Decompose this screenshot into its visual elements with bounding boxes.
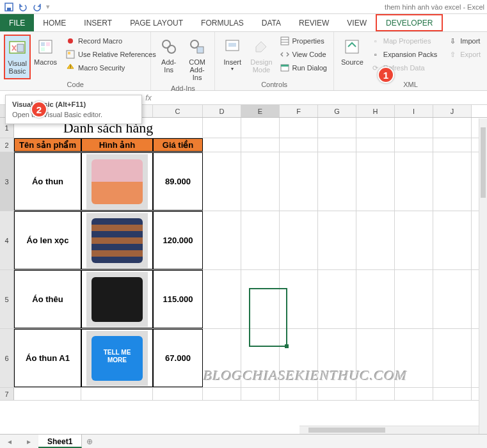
table-row: 5Áo thêu115.000 [0,270,487,329]
visual-basic-label: Visual Basic [8,60,27,75]
expansion-packs-button[interactable]: ▫Expansion Packs [368,48,440,61]
group-controls: Insert▾ Design Mode Properties View Code… [215,32,334,90]
tab-page-layout[interactable]: PAGE LAYOUT [121,14,192,31]
row-header[interactable]: 5 [0,270,14,328]
svg-rect-1 [7,8,11,11]
group-xml: Source ▫Map Properties ▫Expansion Packs … [334,32,487,90]
col-I[interactable]: I [395,105,433,117]
relative-icon [65,49,76,60]
header-name[interactable]: Tên sản phẩm [14,138,81,152]
product-name[interactable]: Áo thun A1 [14,329,81,387]
sheet-tab-1[interactable]: Sheet1 [38,435,82,448]
view-code-button[interactable]: View Code [277,48,330,61]
header-price[interactable]: Giá tiền [153,138,203,152]
sheet-tab-bar: ◂▸ Sheet1 ⊕ [0,434,487,448]
record-icon [65,36,76,46]
redo-icon[interactable] [32,2,42,12]
product-image: TELL MEMORE [86,331,148,386]
group-xml-label: XML [334,79,487,90]
tab-file[interactable]: FILE [0,14,34,31]
col-H[interactable]: H [356,105,395,117]
product-name[interactable]: Áo len xọc [14,211,81,269]
product-image-cell[interactable] [81,152,153,211]
import-icon: ⇩ [447,36,458,46]
tab-data[interactable]: DATA [253,14,290,31]
product-image-cell[interactable]: TELL MEMORE [81,329,153,387]
row-2-header[interactable]: 2 [0,138,14,152]
h-scroll-thumb[interactable] [308,428,385,433]
fx-icon[interactable]: fx [141,93,156,102]
col-G[interactable]: G [318,105,356,117]
save-icon[interactable] [4,2,14,12]
add-sheet-button[interactable]: ⊕ [82,437,97,446]
vertical-scrollbar[interactable] [479,118,487,434]
sheet-nav[interactable]: ◂▸ [0,437,38,446]
row-header[interactable]: 4 [0,211,14,269]
insert-control-button[interactable]: Insert▾ [219,35,246,79]
relative-refs-button[interactable]: Use Relative References [63,48,159,61]
tab-home[interactable]: HOME [34,14,75,31]
com-addins-button[interactable]: COM Add-Ins [184,35,211,83]
group-addins: Add-Ins COM Add-Ins Add-Ins [151,32,215,90]
svg-rect-5 [41,42,45,46]
visual-basic-button[interactable]: Visual Basic [4,35,31,79]
expansion-icon: ▫ [371,49,381,60]
product-name[interactable]: Áo thun [14,152,81,211]
header-image[interactable]: Hình ảnh [81,138,153,152]
svg-rect-18 [281,37,289,45]
product-image-cell[interactable] [81,211,153,269]
product-name[interactable]: Áo thêu [14,270,81,328]
addins-button[interactable]: Add-Ins [155,35,182,83]
ribbon-tabs: FILE HOME INSERT PAGE LAYOUT FORMULAS DA… [0,14,487,32]
undo-icon[interactable] [18,2,28,12]
export-button[interactable]: ⇧Export [445,48,483,61]
group-controls-label: Controls [215,79,333,90]
group-code-label: Code [0,79,150,90]
map-properties-button[interactable]: ▫Map Properties [368,35,440,47]
svg-rect-10 [68,52,70,54]
product-image-cell[interactable] [81,270,153,328]
export-icon: ⇧ [447,49,458,60]
tab-formulas[interactable]: FORMULAS [192,14,253,31]
product-image [86,272,148,327]
macros-button[interactable]: Macros [32,35,59,79]
row-7-header[interactable]: 7 [0,388,14,400]
run-dialog-button[interactable]: Run Dialog [277,61,330,74]
col-E[interactable]: E [241,105,280,117]
run-icon [280,63,290,73]
group-addins-label: Add-Ins [151,83,214,94]
product-price[interactable]: 115.000 [153,270,203,328]
group-code: Visual Basic Macros Record Macro Use Rel… [0,32,151,90]
security-icon: ! [65,63,76,73]
tab-review[interactable]: REVIEW [290,14,338,31]
col-D[interactable]: D [203,105,241,117]
row-header[interactable]: 6 [0,329,14,387]
quick-access-toolbar: ▾ [0,2,50,12]
table-row: 3Áo thun89.000 [0,152,487,211]
product-price[interactable]: 67.000 [153,329,203,387]
callout-2: 2 [31,101,47,118]
design-mode-button[interactable]: Design Mode [247,35,275,79]
macro-security-button[interactable]: !Macro Security [63,61,159,74]
col-F[interactable]: F [280,105,318,117]
v-scroll-thumb[interactable] [481,127,486,198]
product-price[interactable]: 89.000 [153,152,203,211]
com-addins-icon [187,36,207,57]
col-J[interactable]: J [433,105,472,117]
svg-rect-6 [46,42,50,46]
svg-rect-17 [228,43,236,47]
properties-button[interactable]: Properties [277,35,330,47]
product-price[interactable]: 120.000 [153,211,203,269]
col-C[interactable]: C [153,105,203,117]
import-button[interactable]: ⇩Import [445,35,483,47]
product-image [86,154,148,209]
tab-insert[interactable]: INSERT [75,14,121,31]
source-button[interactable]: Source [338,35,367,79]
properties-icon [280,36,290,46]
tab-developer[interactable]: DEVELOPER [376,14,443,31]
horizontal-scrollbar[interactable] [299,426,479,434]
row-header[interactable]: 3 [0,152,14,211]
record-macro-button[interactable]: Record Macro [63,35,159,47]
svg-rect-3 [17,44,24,52]
tab-view[interactable]: VIEW [338,14,376,31]
